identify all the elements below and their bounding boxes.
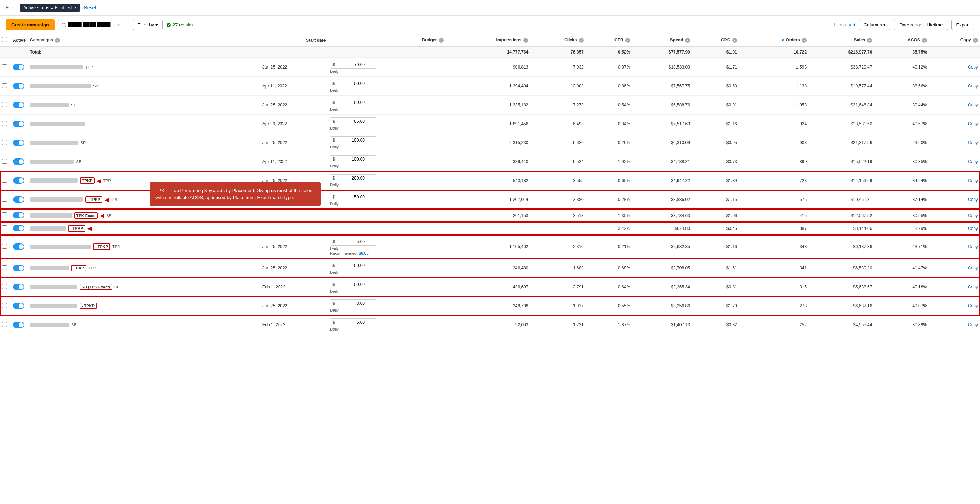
row-checkbox[interactable] — [2, 178, 7, 183]
columns-button[interactable]: Columns ▾ — [859, 20, 891, 30]
row-checkbox[interactable] — [2, 121, 7, 126]
reset-link[interactable]: Reset — [84, 5, 96, 10]
row-toggle[interactable] — [13, 243, 24, 250]
clicks-info-icon[interactable]: i — [579, 38, 584, 43]
row-toggle[interactable] — [13, 265, 24, 271]
copy-button[interactable]: Copy — [968, 83, 978, 89]
row-checkbox[interactable] — [2, 284, 7, 289]
budget-input[interactable]: $ — [330, 281, 376, 289]
campaigns-info-icon[interactable]: i — [55, 38, 60, 43]
budget-input[interactable]: $ — [330, 80, 376, 88]
budget-value-input[interactable] — [336, 175, 365, 180]
budget-value-input[interactable] — [336, 301, 365, 306]
filter-label: Filter — [6, 5, 16, 10]
date-range-button[interactable]: Date range - Lifetime — [894, 20, 948, 30]
budget-input[interactable]: $ — [330, 262, 376, 270]
filter-tag[interactable]: Active status = Enabled × — [20, 3, 80, 12]
orders-info-icon[interactable]: i — [802, 38, 807, 43]
row-checkbox[interactable] — [2, 322, 7, 327]
budget-value-input[interactable] — [336, 195, 365, 199]
search-clear-icon[interactable]: × — [117, 22, 120, 28]
row-toggle[interactable] — [13, 303, 24, 309]
budget-value-input[interactable] — [336, 81, 365, 86]
row-checkbox[interactable] — [2, 64, 7, 69]
ctr-info-icon[interactable]: i — [625, 38, 630, 43]
arrow-icon: ◀ — [100, 212, 104, 219]
row-toggle[interactable] — [13, 177, 24, 184]
row-toggle[interactable] — [13, 158, 24, 165]
budget-input[interactable]: $ — [330, 117, 376, 125]
hide-chart-button[interactable]: Hide chart — [834, 22, 855, 27]
row-checkbox[interactable] — [2, 197, 7, 202]
budget-input[interactable]: $ — [330, 238, 376, 246]
row-toggle[interactable] — [13, 212, 24, 219]
budget-value-input[interactable] — [336, 119, 365, 124]
copy-button[interactable]: Copy — [968, 178, 978, 183]
copy-button[interactable]: Copy — [968, 213, 978, 218]
sales-info-icon[interactable]: i — [867, 38, 872, 43]
copy-button[interactable]: Copy — [968, 266, 978, 271]
budget-value-input[interactable] — [336, 282, 365, 287]
budget-input[interactable]: $ — [330, 318, 376, 326]
budget-input[interactable]: $ — [330, 300, 376, 307]
row-checkbox[interactable] — [2, 159, 7, 164]
row-toggle[interactable] — [13, 64, 24, 70]
select-all-checkbox[interactable] — [2, 37, 7, 42]
impressions-info-icon[interactable]: i — [523, 38, 528, 43]
create-campaign-button[interactable]: Create campaign — [6, 19, 54, 30]
budget-input[interactable]: $ — [330, 174, 376, 182]
header-checkbox[interactable] — [0, 34, 11, 46]
copy-button[interactable]: Copy — [968, 121, 978, 126]
copy-button[interactable]: Copy — [968, 65, 978, 70]
copy-button[interactable]: Copy — [968, 244, 978, 249]
budget-input[interactable]: $ — [330, 155, 376, 163]
row-checkbox[interactable] — [2, 102, 7, 107]
budget-value-input[interactable] — [336, 138, 365, 143]
copy-info-icon[interactable]: i — [973, 38, 978, 43]
row-toggle[interactable] — [13, 140, 24, 146]
row-checkbox[interactable] — [2, 225, 7, 230]
budget-value-input[interactable] — [336, 320, 365, 325]
copy-button[interactable]: Copy — [968, 284, 978, 289]
cpc-info-icon[interactable]: i — [732, 38, 737, 43]
budget-value-input[interactable] — [336, 100, 365, 105]
copy-button[interactable]: Copy — [968, 102, 978, 107]
row-toggle[interactable] — [13, 225, 24, 231]
copy-button[interactable]: Copy — [968, 303, 978, 308]
row-campaign-name-cell: ████████████████████████- TPKP — [28, 297, 260, 316]
row-checkbox[interactable] — [2, 212, 7, 217]
budget-value-input[interactable] — [336, 62, 365, 67]
copy-button[interactable]: Copy — [968, 159, 978, 164]
budget-info-icon[interactable]: i — [439, 38, 444, 43]
copy-button[interactable]: Copy — [968, 226, 978, 231]
row-budget-cell: $ Daily — [328, 278, 446, 297]
spend-info-icon[interactable]: i — [685, 38, 690, 43]
budget-input[interactable]: $ — [330, 136, 376, 144]
budget-value-input[interactable] — [336, 157, 365, 162]
row-checkbox[interactable] — [2, 303, 7, 308]
filter-by-button[interactable]: Filter by ▾ — [133, 20, 162, 30]
row-toggle[interactable] — [13, 102, 24, 108]
row-checkbox[interactable] — [2, 83, 7, 88]
row-toggle[interactable] — [13, 121, 24, 127]
filter-tag-close[interactable]: × — [74, 5, 77, 10]
row-toggle[interactable] — [13, 322, 24, 328]
budget-input[interactable]: $ — [330, 193, 376, 201]
row-toggle[interactable] — [13, 284, 24, 290]
export-button[interactable]: Export — [951, 20, 974, 30]
dollar-sign: $ — [332, 62, 335, 67]
budget-value-input[interactable] — [336, 263, 365, 268]
search-input[interactable] — [68, 22, 115, 27]
budget-input[interactable]: $ — [330, 99, 376, 106]
row-toggle[interactable] — [13, 83, 24, 89]
budget-value-input[interactable] — [336, 239, 365, 244]
row-toggle[interactable] — [13, 196, 24, 203]
row-checkbox[interactable] — [2, 265, 7, 270]
row-checkbox[interactable] — [2, 140, 7, 145]
acos-info-icon[interactable]: i — [922, 38, 927, 43]
copy-button[interactable]: Copy — [968, 140, 978, 145]
row-checkbox[interactable] — [2, 244, 7, 249]
budget-input[interactable]: $ — [330, 61, 376, 69]
copy-button[interactable]: Copy — [968, 322, 978, 327]
copy-button[interactable]: Copy — [968, 197, 978, 202]
